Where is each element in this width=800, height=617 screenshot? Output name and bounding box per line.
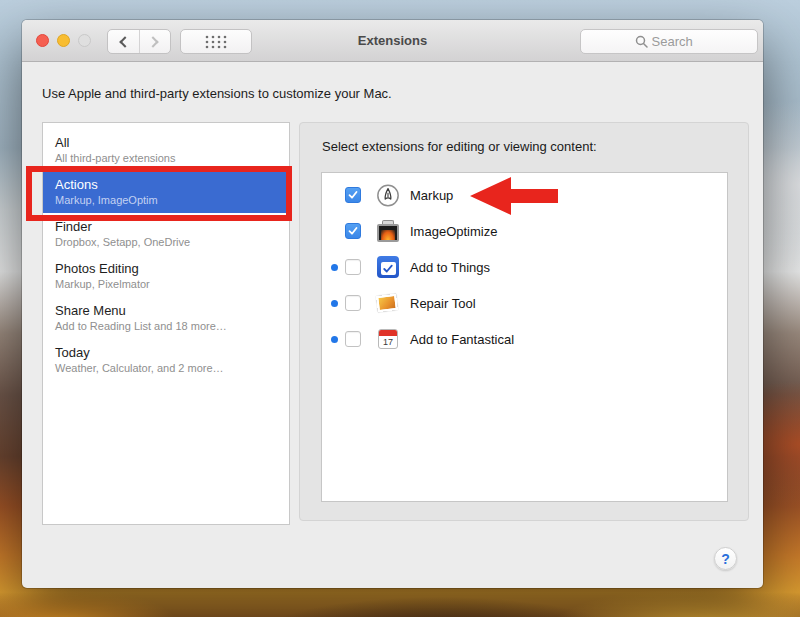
nav-buttons (107, 29, 171, 54)
extension-row-add-to-fantastical[interactable]: 17Add to Fantastical (322, 321, 727, 357)
search-input[interactable] (652, 34, 704, 49)
sidebar-item-subtitle: Add to Reading List and 18 more… (55, 319, 277, 333)
show-all-button[interactable] (180, 29, 252, 54)
fantastical-icon: 17 (376, 327, 400, 351)
close-button[interactable] (36, 34, 49, 47)
extension-label: Add to Fantastical (410, 332, 514, 347)
sidebar-item-subtitle: Markup, ImageOptim (55, 193, 277, 207)
title-bar: Extensions (22, 20, 763, 62)
extension-label: Repair Tool (410, 296, 476, 311)
extension-checkbox[interactable] (345, 295, 361, 311)
extension-row-repair-tool[interactable]: Repair Tool (322, 285, 727, 321)
sidebar-item-share-menu[interactable]: Share MenuAdd to Reading List and 18 mor… (43, 297, 289, 339)
sidebar-item-title: Actions (55, 177, 277, 193)
sidebar-item-subtitle: Weather, Calculator, and 2 more… (55, 361, 277, 375)
extension-checkbox[interactable] (345, 331, 361, 347)
sidebar-item-title: Photos Editing (55, 261, 277, 277)
things-icon (376, 255, 400, 279)
sidebar-item-actions[interactable]: ActionsMarkup, ImageOptim (43, 171, 289, 213)
minimize-button[interactable] (57, 34, 70, 47)
recently-added-dot (331, 264, 338, 271)
page-description: Use Apple and third-party extensions to … (42, 86, 392, 101)
extensions-list: MarkupImageOptimizeAdd to ThingsRepair T… (321, 172, 728, 502)
grid-icon (205, 35, 227, 49)
chevron-right-icon (148, 36, 159, 47)
forward-button[interactable] (139, 30, 171, 53)
recently-added-dot (331, 300, 338, 307)
search-icon (635, 35, 648, 48)
sidebar-item-subtitle: All third-party extensions (55, 151, 277, 165)
sidebar-item-all[interactable]: AllAll third-party extensions (43, 129, 289, 171)
extension-row-imageoptimize[interactable]: ImageOptimize (322, 213, 727, 249)
sidebar-item-photos-editing[interactable]: Photos EditingMarkup, Pixelmator (43, 255, 289, 297)
extension-label: Add to Things (410, 260, 490, 275)
sidebar-item-finder[interactable]: FinderDropbox, Setapp, OneDrive (43, 213, 289, 255)
extension-checkbox[interactable] (345, 223, 361, 239)
help-button[interactable]: ? (714, 547, 737, 570)
imageoptim-icon (376, 219, 400, 243)
sidebar-item-title: Finder (55, 219, 277, 235)
search-field[interactable] (580, 29, 758, 54)
sidebar-item-today[interactable]: TodayWeather, Calculator, and 2 more… (43, 339, 289, 381)
extension-checkbox[interactable] (345, 259, 361, 275)
extension-row-add-to-things[interactable]: Add to Things (322, 249, 727, 285)
extension-label: Markup (410, 188, 453, 203)
extension-row-markup[interactable]: Markup (322, 177, 727, 213)
repair-tool-icon (376, 291, 400, 315)
back-button[interactable] (108, 30, 139, 53)
markup-icon (376, 183, 400, 207)
sidebar-item-title: All (55, 135, 277, 151)
extensions-panel: Select extensions for editing or viewing… (299, 122, 749, 521)
sidebar-item-subtitle: Markup, Pixelmator (55, 277, 277, 291)
panel-header: Select extensions for editing or viewing… (322, 139, 597, 154)
category-sidebar: AllAll third-party extensionsActionsMark… (42, 122, 290, 525)
extensions-preferences-window: Extensions Use Apple and third-party ext… (22, 20, 763, 588)
zoom-button[interactable] (78, 34, 91, 47)
sidebar-item-subtitle: Dropbox, Setapp, OneDrive (55, 235, 277, 249)
traffic-lights (22, 34, 91, 47)
extension-checkbox[interactable] (345, 187, 361, 203)
extension-label: ImageOptimize (410, 224, 497, 239)
sidebar-item-title: Share Menu (55, 303, 277, 319)
recently-added-dot (331, 336, 338, 343)
chevron-left-icon (119, 36, 130, 47)
sidebar-item-title: Today (55, 345, 277, 361)
